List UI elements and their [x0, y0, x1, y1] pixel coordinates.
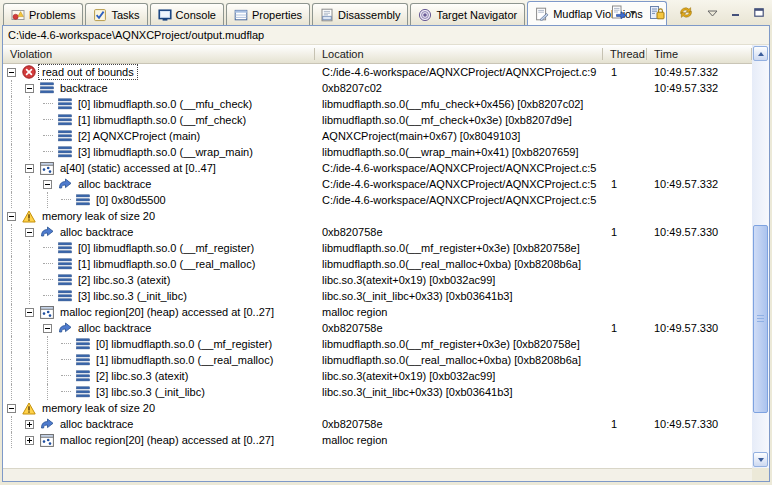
expander-minus-icon[interactable] — [43, 324, 52, 333]
tab-console[interactable]: Console — [150, 3, 224, 25]
expander-plus-icon[interactable] — [25, 420, 34, 429]
violation-label: [0] 0x80d5500 — [93, 193, 169, 207]
tab-tasks[interactable]: Tasks — [85, 3, 147, 25]
table-row[interactable]: backtrace0xb8207c0210:49.57.332 — [3, 80, 752, 96]
properties-icon — [234, 8, 248, 22]
location-cell: 0xb820758e — [315, 322, 603, 334]
tree-connector — [43, 103, 53, 105]
tasks-icon — [93, 8, 107, 22]
table-row[interactable]: [2] AQNXCProject (main)AQNXCProject(main… — [3, 128, 752, 144]
thread-cell: 1 — [603, 226, 647, 238]
violation-cell: memory leak of size 20 — [3, 208, 315, 224]
indent-spacer — [3, 304, 23, 320]
view-menu-button[interactable] — [704, 4, 721, 22]
indent-spacer — [3, 240, 41, 256]
column-header-violation[interactable]: Violation — [3, 45, 315, 63]
violation-cell: [2] libc.so.3 (atexit) — [3, 368, 315, 384]
table-row[interactable]: memory leak of size 20 — [3, 208, 752, 224]
column-header-thread[interactable]: Thread — [603, 45, 647, 63]
scroll-up-button[interactable] — [753, 46, 768, 61]
expander-minus-icon[interactable] — [25, 308, 34, 317]
time-cell: 10:49.57.330 — [647, 322, 752, 334]
expander-minus-icon[interactable] — [7, 404, 16, 413]
expander-minus-icon[interactable] — [7, 212, 16, 221]
location-cell: libc.so.3(atexit+0x19) [0xb032ac99] — [315, 370, 603, 382]
table-row[interactable]: memory leak of size 20 — [3, 400, 752, 416]
indent-spacer — [3, 224, 23, 240]
scroll-down-button[interactable] — [753, 452, 768, 467]
table-row[interactable]: [0] libmudflapth.so.0 (__mfu_check)libmu… — [3, 96, 752, 112]
table-row[interactable]: alloc backtraceC:/ide-4.6-workspace/AQNX… — [3, 176, 752, 192]
expander-plus-icon[interactable] — [25, 436, 34, 445]
expander-minus-icon[interactable] — [25, 84, 34, 93]
backtrace-icon — [57, 242, 72, 254]
table-row[interactable]: alloc backtrace0xb820758e110:49.57.330 — [3, 416, 752, 432]
minimize-button[interactable] — [728, 4, 744, 22]
table-row[interactable]: [3] libc.so.3 (_init_libc)libc.so.3(_ini… — [3, 384, 752, 400]
location-cell: C:/ide-4.6-workspace/AQNXCProject/AQNXCP… — [315, 194, 603, 206]
maximize-button[interactable] — [751, 4, 767, 22]
expander-minus-icon[interactable] — [25, 164, 34, 173]
violation-cell: [3] libc.so.3 (_init_libc) — [3, 288, 315, 304]
tree-connector — [61, 343, 71, 345]
indent-spacer — [3, 320, 41, 336]
tree-connector — [47, 192, 49, 208]
tree-connector — [29, 320, 31, 336]
scroll-lock-button[interactable] — [646, 2, 668, 25]
backtrace-icon — [75, 386, 90, 398]
alloc-arrow-icon — [39, 226, 54, 238]
table-row[interactable]: [3] libc.so.3 (_init_libc)libc.so.3(_ini… — [3, 288, 752, 304]
column-header-location[interactable]: Location — [315, 45, 603, 63]
backtrace-icon — [75, 194, 90, 206]
thread-cell: 1 — [603, 66, 647, 78]
violation-label: [0] libmudflapth.so.0 (__mf_register) — [93, 337, 275, 351]
table-row[interactable]: [3] libmudflapth.so.0 (__wrap_main)libmu… — [3, 144, 752, 160]
table-row[interactable]: [1] libmudflapth.so.0 (__mf_check)libmud… — [3, 112, 752, 128]
backtrace-icon — [57, 98, 72, 110]
tree-connector — [43, 247, 53, 249]
tree-connector — [11, 240, 13, 256]
tab-disassembly[interactable]: Disassembly — [312, 3, 408, 25]
expander-minus-icon[interactable] — [7, 68, 16, 77]
column-header-time[interactable]: Time — [647, 45, 752, 63]
tree-connector — [61, 391, 71, 393]
scrollbar-thumb[interactable] — [753, 225, 768, 413]
table-row[interactable]: [1] libmudflapth.so.0 (__real_malloc)lib… — [3, 352, 752, 368]
expander-minus-icon[interactable] — [25, 228, 34, 237]
table-row[interactable]: a[40] (static) accessed at [0..47]C:/ide… — [3, 160, 752, 176]
indent-spacer — [3, 80, 23, 96]
lock-icon — [649, 5, 665, 22]
import-violation-log-button[interactable] — [607, 2, 639, 25]
tree-connector — [43, 295, 53, 297]
vertical-scrollbar[interactable] — [752, 45, 769, 468]
table-row[interactable]: read out of boundsC:/ide-4.6-workspace/A… — [3, 64, 752, 80]
array-icon — [39, 434, 54, 447]
table-row[interactable]: [0] libmudflapth.so.0 (__mf_register)lib… — [3, 336, 752, 352]
tree-connector — [11, 160, 13, 176]
horizontal-scrollbar[interactable] — [3, 468, 752, 481]
tab-target-navigator[interactable]: Target Navigator — [410, 3, 525, 25]
table-row[interactable]: [1] libmudflapth.so.0 (__real_malloc)lib… — [3, 256, 752, 272]
table-row[interactable]: [2] libc.so.3 (atexit)libc.so.3(atexit+0… — [3, 368, 752, 384]
tab-problems[interactable]: Problems — [3, 3, 83, 25]
violation-cell: memory leak of size 20 — [3, 400, 315, 416]
table-row[interactable]: malloc region[20] (heap) accessed at [0.… — [3, 432, 752, 448]
alloc-arrow-icon — [57, 178, 72, 190]
refresh-button[interactable] — [675, 2, 697, 25]
tab-properties[interactable]: Properties — [226, 3, 310, 25]
table-row[interactable]: malloc region[20] (heap) accessed at [0.… — [3, 304, 752, 320]
violation-cell: [0] libmudflapth.so.0 (__mf_register) — [3, 240, 315, 256]
warning-icon — [21, 402, 36, 415]
tree-connector — [11, 304, 13, 320]
tree-connector — [47, 368, 49, 384]
table-row[interactable]: alloc backtrace0xb820758e110:49.57.330 — [3, 320, 752, 336]
table-row[interactable]: [0] libmudflapth.so.0 (__mf_register)lib… — [3, 240, 752, 256]
alloc-arrow-icon — [57, 322, 72, 334]
expander-minus-icon[interactable] — [43, 180, 52, 189]
violation-cell: read out of bounds — [3, 64, 315, 80]
table-row[interactable]: alloc backtrace0xb820758e110:49.57.330 — [3, 224, 752, 240]
violation-label: [0] libmudflapth.so.0 (__mf_register) — [75, 241, 257, 255]
table-row[interactable]: [2] libc.so.3 (atexit)libc.so.3(atexit+0… — [3, 272, 752, 288]
violation-label: malloc region[20] (heap) accessed at [0.… — [57, 433, 277, 447]
table-row[interactable]: [0] 0x80d5500C:/ide-4.6-workspace/AQNXCP… — [3, 192, 752, 208]
